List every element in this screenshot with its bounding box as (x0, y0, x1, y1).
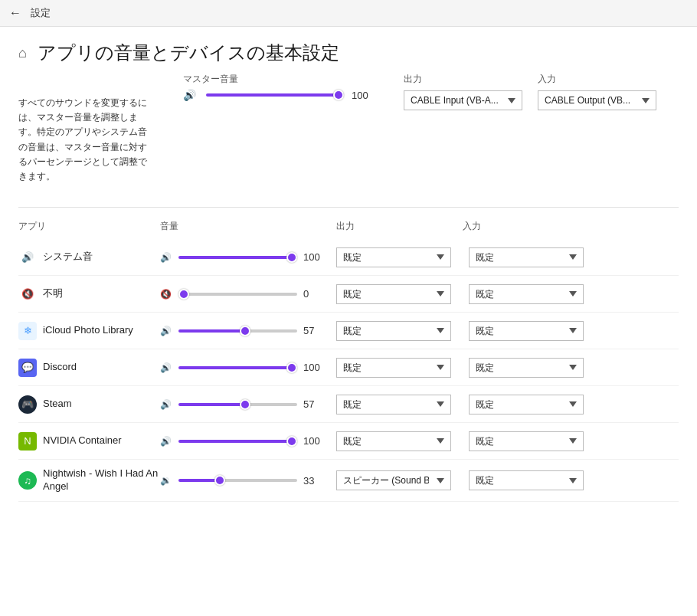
app-input-select[interactable]: 既定 既定 (469, 358, 584, 378)
app-vol-cell: 🔇 0 (160, 288, 336, 300)
app-vol-cell: 🔊 100 (160, 362, 336, 373)
master-volume-value: 100 (352, 90, 373, 101)
app-vol-icon: 🔊 (160, 436, 174, 447)
app-input-select[interactable]: 既定 既定 (469, 470, 584, 490)
master-volume-slider[interactable] (206, 93, 344, 97)
app-name-cell: ♫ Nightwish - Wish I Had An Angel (18, 467, 160, 493)
app-in-cell: 既定 既定 (469, 470, 595, 490)
app-icon-system: 🔊 (18, 248, 37, 267)
master-volume-icon: 🔊 (183, 89, 198, 101)
page-title: アプリの音量とデバイスの基本設定 (38, 41, 339, 65)
app-volume-slider[interactable] (178, 366, 297, 369)
app-in-cell: 既定 既定 (469, 431, 595, 451)
app-vol-icon: 🔊 (160, 362, 174, 373)
input-label: 入力 (538, 73, 656, 86)
header-in: 入力 (463, 220, 589, 233)
app-out-cell: 既定 スピーカー (Sound B 既定 (336, 247, 463, 267)
app-input-select[interactable]: 既定 既定 (469, 431, 584, 451)
app-vol-cell: 🔉 33 (160, 475, 336, 487)
app-volume-slider[interactable] (178, 293, 297, 296)
app-volume-slider[interactable] (178, 403, 297, 406)
app-icon-nvidia: N (18, 432, 37, 451)
app-section: アプリ 音量 出力 入力 🔊 システム音 🔊 100 既定 スピーカー (Sou… (0, 220, 697, 502)
app-row: 🔇 不明 🔇 0 既定 スピーカー (Sound B 既定 既定 既定 (18, 276, 679, 313)
app-vol-cell: 🔊 57 (160, 398, 336, 410)
app-name-cell: 💬 Discord (18, 359, 160, 377)
app-row: 💬 Discord 🔊 100 既定 スピーカー (Sound B 既定 既定 … (18, 349, 679, 386)
app-output-select[interactable]: 既定 スピーカー (Sound B 既定 (336, 395, 451, 414)
app-vol-icon: 🔊 (160, 399, 174, 410)
header-out: 出力 (336, 220, 463, 233)
master-volume-label: マスター音量 (183, 73, 373, 86)
header-app: アプリ (18, 220, 160, 233)
app-rows-container: 🔊 システム音 🔊 100 既定 スピーカー (Sound B 既定 既定 既定… (18, 239, 679, 502)
app-name: NVIDIA Container (43, 434, 122, 447)
app-input-select[interactable]: 既定 既定 (469, 321, 584, 341)
app-name-cell: 🔇 不明 (18, 285, 160, 303)
app-in-cell: 既定 既定 (469, 395, 595, 414)
input-block: 入力 CABLE Output (VB... (538, 73, 656, 110)
page-header: ⌂ アプリの音量とデバイスの基本設定 (0, 27, 697, 73)
output-block: 出力 CABLE Input (VB-A... (404, 73, 522, 110)
app-row: 🔊 システム音 🔊 100 既定 スピーカー (Sound B 既定 既定 既定 (18, 239, 679, 276)
app-input-select[interactable]: 既定 既定 (469, 247, 584, 267)
app-volume-value: 0 (303, 288, 325, 300)
app-volume-slider[interactable] (178, 256, 297, 259)
master-controls: マスター音量 🔊 100 (183, 73, 373, 101)
app-output-select[interactable]: スピーカー (Sound B スピーカー (Sound B 既定 (336, 470, 451, 490)
section-divider (18, 207, 679, 208)
app-row: ♫ Nightwish - Wish I Had An Angel 🔉 33 ス… (18, 460, 679, 502)
app-name: システム音 (43, 251, 93, 264)
app-vol-cell: 🔊 57 (160, 325, 336, 336)
master-section: すべてのサウンドを変更するには、マスター音量を調整します。特定のアプリやシステム… (0, 73, 697, 199)
app-name: iCloud Photo Library (43, 324, 133, 337)
app-icon-unknown: 🔇 (18, 285, 37, 303)
home-icon: ⌂ (18, 45, 27, 61)
output-input-section: 出力 CABLE Input (VB-A... 入力 CABLE Output … (404, 73, 656, 110)
app-volume-value: 33 (303, 475, 325, 487)
app-icon-icloud: ❄ (18, 322, 37, 340)
app-name-cell: ❄ iCloud Photo Library (18, 322, 160, 340)
app-row: ❄ iCloud Photo Library 🔊 57 既定 スピーカー (So… (18, 313, 679, 349)
topbar-title: 設定 (31, 6, 51, 20)
app-vol-cell: 🔊 100 (160, 251, 336, 263)
master-description: すべてのサウンドを変更するには、マスター音量を調整します。特定のアプリやシステム… (18, 73, 152, 184)
app-vol-icon: 🔊 (160, 252, 174, 263)
app-input-select[interactable]: 既定 既定 (469, 395, 584, 414)
app-output-select[interactable]: 既定 スピーカー (Sound B 既定 (336, 247, 451, 267)
app-name-cell: 🎮 Steam (18, 395, 160, 414)
master-slider-row: 🔊 100 (183, 89, 373, 101)
app-name-cell: N NVIDIA Container (18, 432, 160, 451)
app-out-cell: 既定 スピーカー (Sound B 既定 (336, 284, 463, 304)
output-label: 出力 (404, 73, 522, 86)
app-out-cell: 既定 スピーカー (Sound B 既定 (336, 321, 463, 341)
app-volume-value: 57 (303, 325, 325, 336)
app-output-select[interactable]: 既定 スピーカー (Sound B 既定 (336, 321, 451, 341)
app-input-select[interactable]: 既定 既定 (469, 284, 584, 304)
app-name: Discord (43, 361, 77, 374)
app-out-cell: 既定 スピーカー (Sound B 既定 (336, 431, 463, 451)
top-bar: ← 設定 (0, 0, 697, 27)
app-volume-slider[interactable] (178, 329, 297, 333)
app-list-header: アプリ 音量 出力 入力 (18, 220, 679, 239)
app-volume-slider[interactable] (178, 479, 297, 482)
app-out-cell: スピーカー (Sound B スピーカー (Sound B 既定 (336, 470, 463, 490)
master-output-select[interactable]: CABLE Input (VB-A... (404, 90, 522, 110)
header-vol: 音量 (160, 220, 336, 233)
back-button[interactable]: ← (9, 6, 21, 20)
app-volume-slider[interactable] (178, 440, 297, 443)
app-output-select[interactable]: 既定 スピーカー (Sound B 既定 (336, 358, 451, 378)
app-volume-value: 100 (303, 251, 325, 263)
app-icon-discord: 💬 (18, 359, 37, 377)
app-output-select[interactable]: 既定 スピーカー (Sound B 既定 (336, 431, 451, 451)
app-output-select[interactable]: 既定 スピーカー (Sound B 既定 (336, 284, 451, 304)
app-volume-value: 57 (303, 398, 325, 410)
master-input-select[interactable]: CABLE Output (VB... (538, 90, 656, 110)
app-row: 🎮 Steam 🔊 57 既定 スピーカー (Sound B 既定 既定 既定 (18, 386, 679, 423)
app-vol-icon: 🔉 (160, 475, 174, 486)
app-in-cell: 既定 既定 (469, 284, 595, 304)
app-vol-icon: 🔇 (160, 289, 174, 300)
app-icon-spotify: ♫ (18, 471, 37, 490)
app-out-cell: 既定 スピーカー (Sound B 既定 (336, 358, 463, 378)
app-vol-icon: 🔊 (160, 326, 174, 336)
